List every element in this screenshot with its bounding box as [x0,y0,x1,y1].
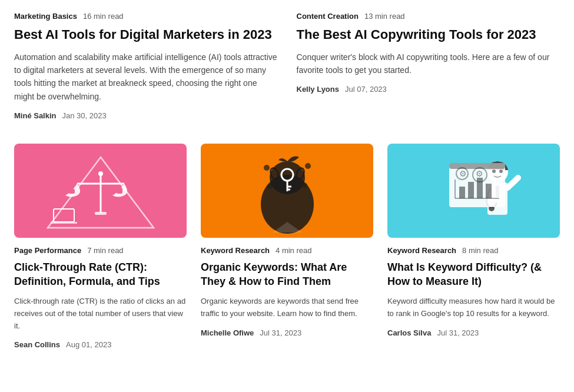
article-category: Page Performance [14,246,81,255]
svg-point-5 [98,171,103,176]
article-meta: Marketing Basics 16 min read [14,12,278,21]
article-date: Jul 07, 2023 [345,85,387,94]
svg-point-38 [492,170,496,173]
svg-rect-33 [486,184,492,198]
svg-point-39 [499,170,503,173]
article-category: Marketing Basics [14,12,77,21]
article-title: Organic Keywords: What Are They & How to… [201,261,373,288]
svg-point-19 [267,184,272,189]
article-excerpt: Keyword difficulty measures how hard it … [387,295,560,320]
top-articles-grid: Marketing Basics 16 min read Best AI Too… [14,12,560,120]
article-date: Jul 31, 2023 [437,328,479,337]
article-card-ai-tools[interactable]: Marketing Basics 16 min read Best AI Too… [14,12,278,120]
article-meta: Content Creation 13 min read [297,12,560,21]
article-image-keyword-difficulty: ⚙ ⚙ [387,144,560,238]
article-read-time: 16 min read [83,12,124,21]
article-author-date: Sean Collins Aug 01, 2023 [14,340,187,349]
article-date: Jan 30, 2023 [62,111,107,120]
article-author-date: Michelle Ofiwe Jul 31, 2023 [201,328,373,337]
article-title: What Is Keyword Difficulty? (& How to Me… [387,261,560,288]
article-card-ctr[interactable]: Page Performance 7 min read Click-Throug… [14,144,187,349]
article-meta: Keyword Research 8 min read [387,246,560,255]
article-author: Carlos Silva [387,328,431,337]
article-author: Kelly Lyons [297,85,339,94]
svg-rect-3 [69,189,75,194]
svg-text:⚙: ⚙ [476,169,483,178]
article-excerpt: Click-through rate (CTR) is the ratio of… [14,295,187,332]
article-author: Michelle Ofiwe [201,328,254,337]
svg-text:⚙: ⚙ [459,169,467,178]
svg-rect-32 [477,178,483,198]
svg-point-17 [264,165,270,171]
article-category: Keyword Research [201,246,270,255]
article-author-date: Miné Salkin Jan 30, 2023 [14,111,278,120]
svg-rect-6 [95,212,107,215]
article-card-organic-keywords[interactable]: Keyword Research 4 min read Organic Keyw… [201,144,373,349]
article-read-time: 4 min read [276,246,311,255]
article-title: The Best AI Copywriting Tools for 2023 [297,26,560,44]
article-card-keyword-difficulty[interactable]: ⚙ ⚙ Keyword Research 8 min read What Is … [387,144,560,349]
article-title: Click-Through Rate (CTR): Definition, Fo… [14,261,187,288]
svg-rect-8 [51,222,77,224]
article-read-time: 13 min read [364,12,405,21]
article-date: Aug 01, 2023 [66,340,111,349]
svg-rect-4 [117,188,122,194]
article-meta: Page Performance 7 min read [14,246,187,255]
article-read-time: 8 min read [462,246,498,255]
article-image-ctr [14,144,187,238]
article-title: Best AI Tools for Digital Marketers in 2… [14,26,278,44]
article-category: Content Creation [297,12,359,21]
article-category: Keyword Research [387,246,456,255]
article-excerpt: Conquer writer's block with AI copywriti… [297,51,560,77]
article-meta: Keyword Research 4 min read [201,246,373,255]
article-date: Jul 31, 2023 [260,328,301,337]
article-read-time: 7 min read [87,246,123,255]
article-author-date: Carlos Silva Jul 31, 2023 [387,328,560,337]
article-author: Sean Collins [14,340,60,349]
article-image-organic-keywords [201,144,373,238]
svg-point-18 [305,163,311,169]
article-author: Miné Salkin [14,111,57,120]
bottom-articles-grid: Page Performance 7 min read Click-Throug… [14,144,560,349]
article-excerpt: Automation and scalability make artifici… [14,51,278,104]
article-card-copywriting[interactable]: Content Creation 13 min read The Best AI… [297,12,560,120]
svg-rect-30 [459,187,465,198]
article-excerpt: Organic keywords are keywords that send … [201,295,373,320]
article-author-date: Kelly Lyons Jul 07, 2023 [297,85,560,94]
svg-point-20 [303,183,307,188]
svg-rect-31 [468,182,474,198]
